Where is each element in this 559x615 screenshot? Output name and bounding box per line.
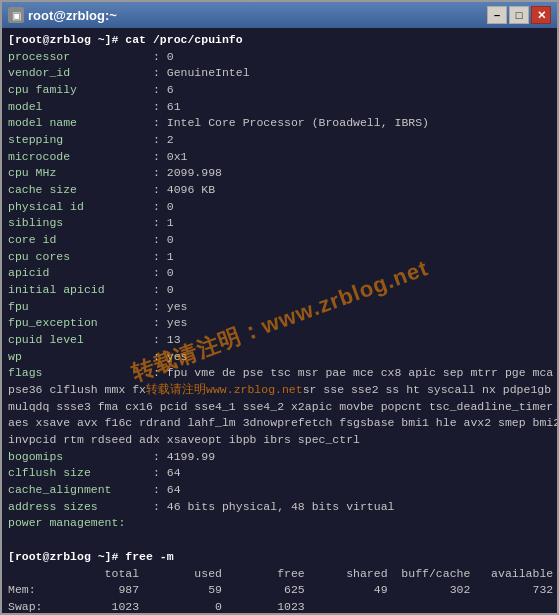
window-controls: – □ ✕ bbox=[487, 6, 551, 24]
cpu-core-id: core id : 0 bbox=[8, 232, 551, 249]
cpu-address-sizes: address sizes : 46 bits physical, 48 bit… bbox=[8, 499, 551, 516]
cpu-fpu: fpu : yes bbox=[8, 299, 551, 316]
cpu-flags-4: aes xsave avx f16c rdrand lahf_lm 3dnowp… bbox=[8, 415, 551, 432]
cpu-processor: processor : 0 bbox=[8, 49, 551, 66]
cpu-model-name: model name : Intel Core Processor (Broad… bbox=[8, 115, 551, 132]
cpu-cache: cache size : 4096 KB bbox=[8, 182, 551, 199]
cpu-fpu-exception: fpu_exception : yes bbox=[8, 315, 551, 332]
minimize-button[interactable]: – bbox=[487, 6, 507, 24]
free-header: total used free shared buff/cache availa… bbox=[8, 566, 551, 583]
window-title: root@zrblog:~ bbox=[28, 8, 117, 23]
cpu-flags-2: pse36 clflush mmx fx转载请注明www.zrblog.nets… bbox=[8, 382, 551, 399]
close-button[interactable]: ✕ bbox=[531, 6, 551, 24]
title-bar-left: ▣ root@zrblog:~ bbox=[8, 7, 117, 23]
maximize-button[interactable]: □ bbox=[509, 6, 529, 24]
terminal-window: ▣ root@zrblog:~ – □ ✕ 转载请注明：www.zrblog.n… bbox=[0, 0, 559, 615]
cpu-stepping: stepping : 2 bbox=[8, 132, 551, 149]
cpu-flags-1: flags : fpu vme de pse tsc msr pae mce c… bbox=[8, 365, 551, 382]
cpu-model: model : 61 bbox=[8, 99, 551, 116]
cpu-physical-id: physical id : 0 bbox=[8, 199, 551, 216]
cpu-wp: wp : yes bbox=[8, 349, 551, 366]
cpu-apicid: apicid : 0 bbox=[8, 265, 551, 282]
cpu-cpuid-level: cpuid level : 13 bbox=[8, 332, 551, 349]
terminal-icon: ▣ bbox=[8, 7, 24, 23]
cpu-mhz: cpu MHz : 2099.998 bbox=[8, 165, 551, 182]
command-line-2: [root@zrblog ~]# free -m bbox=[8, 549, 551, 566]
free-swap-row: Swap: 1023 0 1023 bbox=[8, 599, 551, 613]
cpu-clflush: clflush size : 64 bbox=[8, 465, 551, 482]
cpu-bogomips: bogomips : 4199.99 bbox=[8, 449, 551, 466]
cpu-cache-alignment: cache_alignment : 64 bbox=[8, 482, 551, 499]
blank-line-1 bbox=[8, 532, 551, 549]
cpu-initial-apicid: initial apicid : 0 bbox=[8, 282, 551, 299]
cpu-family: cpu family : 6 bbox=[8, 82, 551, 99]
cpu-vendor: vendor_id : GenuineIntel bbox=[8, 65, 551, 82]
command-line-1: [root@zrblog ~]# cat /proc/cpuinfo bbox=[8, 32, 551, 49]
cpu-flags-3: mulqdq ssse3 fma cx16 pcid sse4_1 sse4_2… bbox=[8, 399, 551, 416]
cpu-flags-5: invpcid rtm rdseed adx xsaveopt ibpb ibr… bbox=[8, 432, 551, 449]
cpu-siblings: siblings : 1 bbox=[8, 215, 551, 232]
cpu-cores: cpu cores : 1 bbox=[8, 249, 551, 266]
cpu-microcode: microcode : 0x1 bbox=[8, 149, 551, 166]
cpu-power: power management: bbox=[8, 515, 551, 532]
terminal-body[interactable]: 转载请注明：www.zrblog.net [root@zrblog ~]# ca… bbox=[2, 28, 557, 613]
title-bar: ▣ root@zrblog:~ – □ ✕ bbox=[2, 2, 557, 28]
free-mem-row: Mem: 987 59 625 49 302 732 bbox=[8, 582, 551, 599]
